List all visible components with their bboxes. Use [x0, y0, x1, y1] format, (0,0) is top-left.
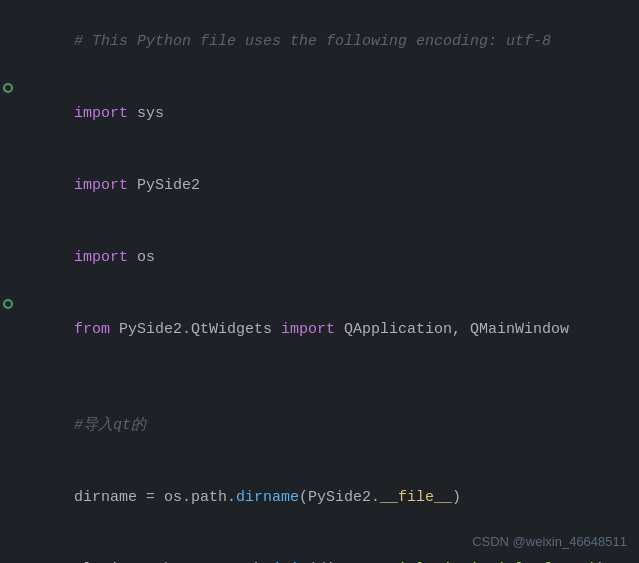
- code-line: [16, 366, 29, 390]
- code-editor: # This Python file uses the following en…: [0, 0, 639, 563]
- code-line: dirname = os.path.dirname(PySide2.__file…: [16, 462, 461, 534]
- line-comment-chinese: #导入qt的: [0, 390, 639, 462]
- keyword-from: from: [74, 321, 110, 338]
- line-import-os: import os: [0, 222, 639, 294]
- op-equals: =: [137, 489, 164, 506]
- keyword-import: import: [281, 321, 335, 338]
- func-dirname: dirname: [236, 489, 299, 506]
- line-comment: # This Python file uses the following en…: [0, 6, 639, 78]
- code-text: PySide2.QtWidgets: [110, 321, 281, 338]
- line-blank: [0, 366, 639, 390]
- code-line: from PySide2.QtWidgets import QApplicati…: [16, 294, 569, 366]
- code-text: os.path.: [164, 489, 236, 506]
- code-text: PySide2: [128, 177, 200, 194]
- code-text: sys: [128, 105, 164, 122]
- line-import-pyside2: import PySide2: [0, 150, 639, 222]
- comment-chinese: #导入qt的: [74, 417, 146, 434]
- code-text: (PySide2.: [299, 489, 380, 506]
- gutter-dot: [0, 83, 16, 93]
- code-text: os: [128, 249, 155, 266]
- code-text: QApplication, QMainWindow: [335, 321, 569, 338]
- keyword-import: import: [74, 177, 128, 194]
- dunder-file: __file__: [380, 489, 452, 506]
- line-from-import: from PySide2.QtWidgets import QApplicati…: [0, 294, 639, 366]
- code-line: import sys: [16, 78, 164, 150]
- code-line: import os: [16, 222, 155, 294]
- keyword-import: import: [74, 249, 128, 266]
- code-text: ): [452, 489, 461, 506]
- var-dirname: dirname: [74, 489, 137, 506]
- code-line: #导入qt的: [16, 390, 146, 462]
- line-import-sys: import sys: [0, 78, 639, 150]
- line-dirname: dirname = os.path.dirname(PySide2.__file…: [0, 462, 639, 534]
- gutter-dot: [0, 299, 16, 309]
- code-line: import PySide2: [16, 150, 200, 222]
- code-line: # This Python file uses the following en…: [16, 6, 551, 78]
- watermark: CSDN @weixin_46648511: [472, 532, 627, 553]
- keyword-import: import: [74, 105, 128, 122]
- comment-text: # This Python file uses the following en…: [74, 33, 551, 50]
